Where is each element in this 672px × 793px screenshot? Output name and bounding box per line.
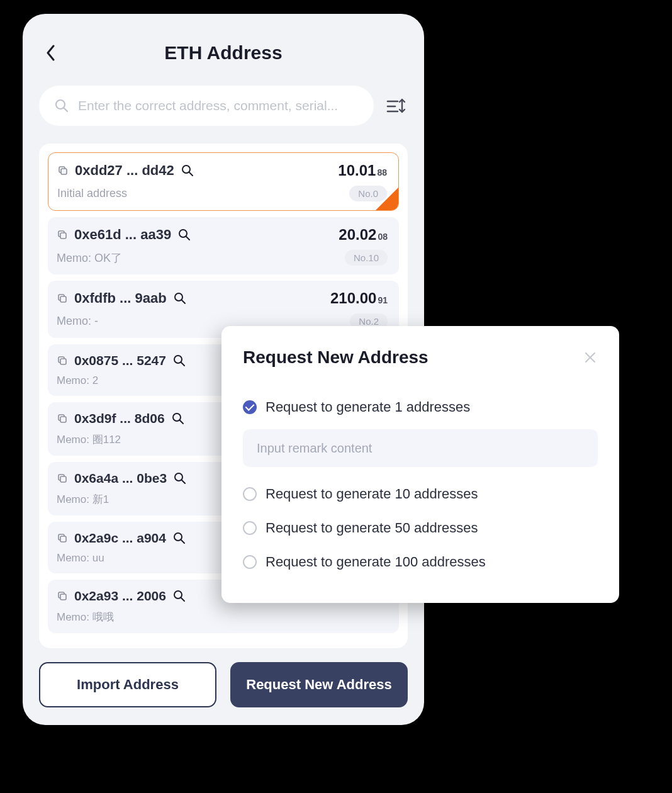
sort-icon xyxy=(386,97,406,115)
svg-point-15 xyxy=(175,293,182,301)
magnify-icon[interactable] xyxy=(173,291,187,305)
header: ETH Address xyxy=(39,35,408,70)
magnify-icon[interactable] xyxy=(172,354,186,368)
svg-point-19 xyxy=(174,356,182,363)
copy-icon[interactable] xyxy=(57,293,68,304)
svg-point-7 xyxy=(182,166,190,173)
address-text: 0x3d9f ... 8d06 xyxy=(74,411,165,426)
magnify-icon[interactable] xyxy=(172,531,186,545)
radio-icon xyxy=(243,555,257,569)
svg-rect-10 xyxy=(60,233,66,239)
chevron-left-icon xyxy=(46,45,56,61)
radio-icon xyxy=(243,487,257,501)
balance: 10.0188 xyxy=(338,162,387,179)
balance: 210.0091 xyxy=(330,290,388,307)
request-address-modal: Request New Address Request to generate … xyxy=(221,326,619,603)
memo-text: Memo: 圈112 xyxy=(57,432,121,447)
address-text: 0x2a93 ... 2006 xyxy=(74,588,166,604)
page-title: ETH Address xyxy=(164,42,282,64)
option-generate-1[interactable]: Request to generate 1 addresses xyxy=(243,390,598,424)
option-label: Request to generate 10 addresses xyxy=(266,486,478,502)
copy-icon[interactable] xyxy=(57,532,68,544)
balance: 20.0208 xyxy=(339,226,388,244)
svg-line-24 xyxy=(180,420,183,424)
svg-point-23 xyxy=(173,413,181,421)
copy-icon[interactable] xyxy=(57,413,68,424)
option-generate-100[interactable]: Request to generate 100 addresses xyxy=(243,545,598,579)
index-badge: No.10 xyxy=(345,250,388,266)
copy-icon[interactable] xyxy=(57,165,69,176)
memo-text: Memo: 哦哦 xyxy=(57,610,114,624)
option-label: Request to generate 100 addresses xyxy=(266,554,486,570)
svg-rect-34 xyxy=(60,594,66,600)
magnify-icon[interactable] xyxy=(173,471,187,485)
magnify-icon[interactable] xyxy=(177,228,191,242)
search-icon xyxy=(54,98,69,113)
svg-rect-14 xyxy=(60,296,66,302)
search-input[interactable] xyxy=(78,98,359,113)
close-button[interactable] xyxy=(583,350,598,365)
copy-icon[interactable] xyxy=(57,355,68,366)
svg-rect-18 xyxy=(60,359,66,364)
svg-rect-30 xyxy=(60,536,66,542)
address-text: 0x0875 ... 5247 xyxy=(74,353,166,368)
svg-line-8 xyxy=(189,172,193,176)
address-text: 0x2a9c ... a904 xyxy=(74,531,166,546)
close-icon xyxy=(584,351,596,364)
address-text: 0xdd27 ... dd42 xyxy=(75,162,174,179)
import-address-button[interactable]: Import Address xyxy=(39,662,216,707)
svg-point-35 xyxy=(174,591,182,599)
svg-point-11 xyxy=(179,230,187,237)
magnify-icon[interactable] xyxy=(172,589,186,603)
radio-icon xyxy=(243,521,257,535)
copy-icon[interactable] xyxy=(57,590,68,602)
search-box[interactable] xyxy=(39,86,374,126)
copy-icon[interactable] xyxy=(57,473,68,484)
svg-rect-26 xyxy=(60,476,66,482)
selected-corner-icon xyxy=(376,188,398,210)
address-text: 0x6a4a ... 0be3 xyxy=(74,471,167,486)
option-label: Request to generate 50 addresses xyxy=(266,520,478,536)
memo-text: Initial address xyxy=(57,187,127,200)
search-row xyxy=(39,86,408,126)
memo-text: Memo: OK了 xyxy=(57,250,122,266)
svg-line-1 xyxy=(64,108,68,112)
request-new-address-button[interactable]: Request New Address xyxy=(230,662,408,707)
remark-input[interactable] xyxy=(243,429,598,467)
svg-rect-6 xyxy=(61,169,67,174)
option-generate-10[interactable]: Request to generate 10 addresses xyxy=(243,477,598,511)
address-card[interactable]: 0xe61d ... aa39 20.0208 Memo: OK了 No.10 xyxy=(48,217,399,274)
option-label: Request to generate 1 addresses xyxy=(266,399,470,415)
radio-icon xyxy=(243,400,257,414)
memo-text: Memo: uu xyxy=(57,552,104,565)
memo-text: Memo: 新1 xyxy=(57,492,109,507)
copy-icon[interactable] xyxy=(57,229,68,240)
address-text: 0xfdfb ... 9aab xyxy=(74,290,167,307)
svg-line-12 xyxy=(186,237,189,240)
svg-line-20 xyxy=(181,363,184,366)
address-text: 0xe61d ... aa39 xyxy=(74,227,171,243)
svg-line-16 xyxy=(182,300,185,303)
address-card[interactable]: 0xdd27 ... dd42 10.0188 Initial address … xyxy=(48,152,399,211)
svg-point-27 xyxy=(175,473,182,481)
magnify-icon[interactable] xyxy=(181,164,194,177)
svg-line-36 xyxy=(181,598,184,601)
svg-line-28 xyxy=(182,480,185,483)
svg-rect-22 xyxy=(60,417,66,422)
modal-title: Request New Address xyxy=(243,347,428,368)
option-generate-50[interactable]: Request to generate 50 addresses xyxy=(243,511,598,545)
svg-point-31 xyxy=(174,533,182,541)
sort-button[interactable] xyxy=(385,94,408,117)
svg-line-32 xyxy=(181,540,184,543)
memo-text: Memo: - xyxy=(57,315,98,328)
magnify-icon[interactable] xyxy=(171,412,185,425)
back-button[interactable] xyxy=(44,46,58,60)
memo-text: Memo: 2 xyxy=(57,374,98,387)
footer: Import Address Request New Address xyxy=(39,662,408,707)
